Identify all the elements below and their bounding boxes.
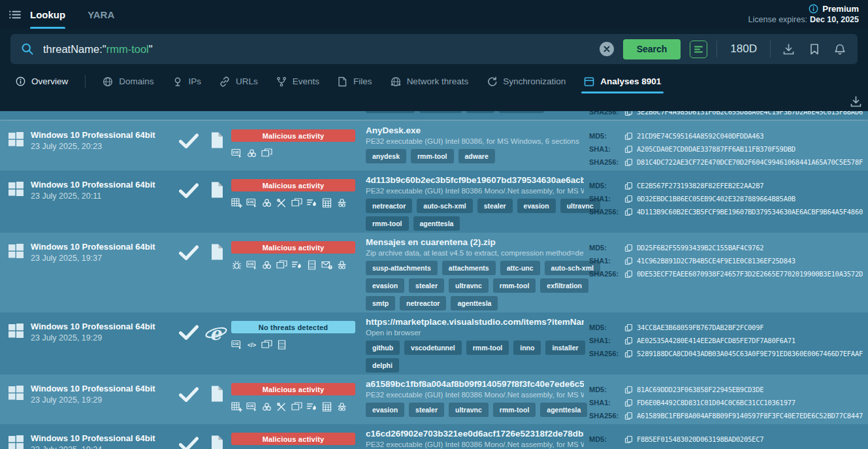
search-query[interactable]: threatName:"rmm-tool" bbox=[43, 43, 590, 56]
tab-synchronization[interactable]: Synchronization bbox=[477, 69, 575, 93]
menu-icon[interactable] bbox=[8, 9, 21, 20]
tag-auto-sch-xml[interactable]: auto-sch-xml bbox=[417, 199, 472, 213]
app-tab-lookup[interactable]: Lookup bbox=[30, 0, 65, 29]
tag-rmm-tool[interactable]: rmm-tool bbox=[493, 403, 536, 417]
time-range-selector[interactable]: 180D bbox=[726, 42, 761, 56]
sample-title[interactable]: 4d113b9c60b2ec3b5fcf9be19607bd379534630a… bbox=[366, 175, 584, 186]
download-results-icon[interactable] bbox=[850, 95, 862, 107]
copy-icon[interactable] bbox=[624, 182, 633, 190]
tag-susp-attachments[interactable]: susp-attachments bbox=[366, 261, 438, 275]
sample-title[interactable]: https://marketplace.visualstudio.com/ite… bbox=[366, 317, 584, 327]
tag-netreactor[interactable]: netreactor bbox=[366, 199, 412, 213]
sha256-value: 0DE53ECF7EAEE6070938F24657F3D2E2665E7702… bbox=[637, 270, 863, 278]
tag-agenttesla[interactable]: agenttesla bbox=[413, 216, 460, 231]
tag-vscodetunnel[interactable]: vscodetunnel bbox=[404, 341, 462, 355]
tag-rmm-tool[interactable]: rmm-tool bbox=[411, 149, 454, 163]
tab-events[interactable]: Events bbox=[267, 69, 329, 93]
table-row-partial[interactable]: netsupportrmm-toolautoarch-exec SHA256:3… bbox=[0, 111, 868, 121]
copy-icon[interactable] bbox=[624, 158, 633, 167]
hash-row-sha1: SHA1:FD6E0B4492C8D831C01D04C0C6BC31CC103… bbox=[589, 396, 863, 409]
hash-row-sha1: SHA1:AE02535A4280E414EE2BAFCD85FE7DF7A80… bbox=[589, 334, 863, 347]
tag-ultravnc[interactable]: ultravnc bbox=[449, 278, 489, 293]
copy-icon[interactable] bbox=[624, 111, 633, 116]
sha256-value: A61589BC1FBF8A004AF8B09F9140597F8F3FC40E… bbox=[637, 412, 863, 420]
tag-stealer[interactable]: stealer bbox=[477, 199, 513, 213]
tab-analyses[interactable]: Analyses 8901 bbox=[575, 69, 670, 93]
copy-icon[interactable] bbox=[624, 337, 633, 345]
tag-auto[interactable]: auto bbox=[466, 111, 494, 113]
tag-arch-exec[interactable]: arch-exec bbox=[499, 111, 544, 113]
tag-inno[interactable]: inno bbox=[513, 341, 541, 355]
bookmark-icon[interactable] bbox=[807, 43, 822, 55]
table-row[interactable]: Windows 10 Professional 64bit 23 July 20… bbox=[0, 233, 868, 312]
tab-overview[interactable]: Overview bbox=[7, 69, 77, 93]
tag-netsupport[interactable]: netsupport bbox=[366, 111, 415, 113]
tag-anydesk[interactable]: anydesk bbox=[366, 149, 406, 163]
tag-rmm-tool[interactable]: rmm-tool bbox=[493, 278, 536, 293]
copy-icon[interactable] bbox=[624, 195, 633, 203]
download-icon[interactable] bbox=[780, 43, 797, 55]
sample-title[interactable]: c16cd26f902e703b321ee0d6acf1726e52318f2d… bbox=[366, 429, 584, 439]
tag-rmm-tool[interactable]: rmm-tool bbox=[366, 216, 409, 231]
tag-adware[interactable]: adware bbox=[458, 149, 495, 163]
sample-cell: a61589bc1fbf8a004af8b09f9140597f8f3fc40e… bbox=[366, 379, 584, 417]
tag-github[interactable]: github bbox=[366, 341, 400, 355]
tag-attachments[interactable]: attachments bbox=[442, 261, 496, 275]
sample-title[interactable]: Mensajes en cuarentena (2).zip bbox=[366, 237, 584, 248]
tag-stealer[interactable]: stealer bbox=[409, 403, 444, 417]
hash-label: MD5: bbox=[589, 244, 624, 252]
tag-ultravnc[interactable]: ultravnc bbox=[449, 403, 489, 417]
clear-search-button[interactable] bbox=[600, 42, 614, 56]
tag-attc-unc[interactable]: attc-unc bbox=[500, 261, 540, 275]
copy-icon[interactable] bbox=[624, 132, 633, 141]
tag-evasion[interactable]: evasion bbox=[517, 199, 556, 213]
hash-row-sha256: SHA256:3E2B0C7F4A985D6131F0B2C655D88A0E4… bbox=[589, 111, 863, 118]
tag-stealer[interactable]: stealer bbox=[409, 278, 444, 293]
table-row[interactable]: Windows 10 Professional 64bit 23 July 20… bbox=[0, 171, 868, 233]
search-button[interactable]: Search bbox=[623, 39, 681, 59]
tag-evasion[interactable]: evasion bbox=[366, 403, 404, 417]
info-icon bbox=[809, 4, 818, 14]
copy-icon[interactable] bbox=[624, 399, 633, 407]
copy-icon[interactable] bbox=[624, 244, 633, 252]
tab-ips[interactable]: IPs bbox=[163, 69, 211, 93]
tag-smtp[interactable]: smtp bbox=[366, 296, 395, 310]
tag-exfiltration[interactable]: exfiltration bbox=[540, 278, 588, 293]
tag-installer[interactable]: installer bbox=[545, 341, 585, 355]
query-builder-icon[interactable] bbox=[690, 41, 707, 58]
copy-icon[interactable] bbox=[624, 412, 633, 420]
sample-title[interactable]: a61589bc1fbf8a004af8b09f9140597f8f3fc40e… bbox=[366, 379, 584, 390]
sample-cell: AnyDesk.exe PE32 executable (GUI) Intel … bbox=[366, 125, 584, 163]
tab-network-threats[interactable]: Network threats bbox=[381, 69, 478, 93]
copy-icon[interactable] bbox=[624, 145, 633, 154]
copy-icon[interactable] bbox=[624, 324, 633, 332]
tag-agenttesla[interactable]: agenttesla bbox=[540, 403, 587, 417]
copy-icon[interactable] bbox=[624, 435, 633, 444]
tag-rmm-tool[interactable]: rmm-tool bbox=[419, 111, 462, 113]
copy-icon[interactable] bbox=[624, 270, 633, 278]
app-tab-yara[interactable]: YARA bbox=[88, 0, 114, 29]
copy-icon[interactable] bbox=[624, 257, 633, 265]
table-row[interactable]: Windows 10 Professional 64bit 23 July 20… bbox=[0, 312, 868, 374]
copy-icon[interactable] bbox=[624, 350, 633, 358]
tag-agenttesla[interactable]: agenttesla bbox=[451, 296, 498, 310]
copy-icon[interactable] bbox=[624, 208, 633, 216]
table-row[interactable]: Windows 10 Professional 64bit 23 July 20… bbox=[0, 374, 868, 424]
table-row[interactable]: Windows 10 Professional 64bit 23 July 20… bbox=[0, 424, 868, 449]
branch-icon bbox=[276, 76, 287, 87]
table-row[interactable]: Windows 10 Professional 64bit 23 July 20… bbox=[0, 121, 868, 171]
tag-netreactor[interactable]: netreactor bbox=[400, 296, 446, 310]
copy-icon[interactable] bbox=[624, 386, 633, 394]
sha1-value: 0D32EBDC1B86EC05EB9C402E3287889664B85A0B bbox=[637, 195, 796, 203]
tab-urls[interactable]: URLs bbox=[210, 69, 267, 93]
tab-domains[interactable]: Domains bbox=[93, 69, 163, 93]
tag-evasion[interactable]: evasion bbox=[366, 278, 404, 293]
bell-icon[interactable] bbox=[831, 43, 848, 56]
windows-logo-icon bbox=[8, 324, 24, 342]
tag-delphi[interactable]: delphi bbox=[366, 358, 399, 373]
tab-files[interactable]: Files bbox=[329, 69, 381, 93]
search-input[interactable]: threatName:"rmm-tool" Search 180D bbox=[10, 34, 858, 64]
windows-logo-icon bbox=[8, 435, 24, 449]
sample-title[interactable]: AnyDesk.exe bbox=[366, 125, 584, 136]
tag-rmm-tool[interactable]: rmm-tool bbox=[466, 341, 509, 355]
